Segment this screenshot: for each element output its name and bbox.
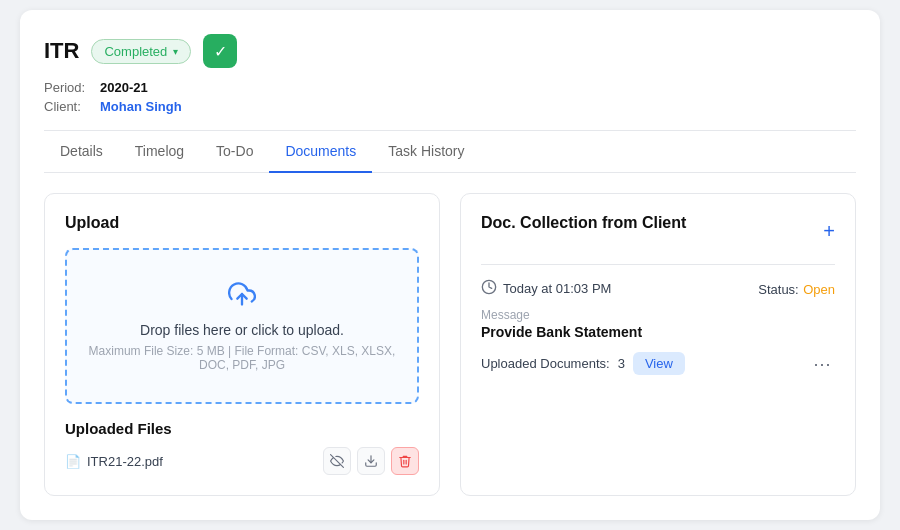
uploads-row: Uploaded Documents: 3 View ⋯: [481, 352, 835, 375]
dropzone-hint: Maximum File Size: 5 MB | File Format: C…: [87, 344, 397, 372]
uploaded-files-title: Uploaded Files: [65, 420, 419, 437]
tab-todo[interactable]: To-Do: [200, 131, 269, 173]
clock-icon: [481, 279, 497, 298]
doc-timestamp: Today at 01:03 PM: [503, 281, 611, 296]
uploaded-docs-label: Uploaded Documents:: [481, 356, 610, 371]
client-label: Client:: [44, 99, 92, 114]
client-row: Client: Mohan Singh: [44, 99, 856, 114]
uploaded-docs-count: 3: [618, 356, 625, 371]
uploads-info: Uploaded Documents: 3 View: [481, 352, 685, 375]
doc-panel-header: Doc. Collection from Client +: [481, 214, 835, 248]
doc-time: Today at 01:03 PM: [481, 279, 611, 298]
doc-status: Status: Open: [758, 280, 835, 298]
doc-panel-title: Doc. Collection from Client: [481, 214, 686, 232]
doc-meta-row: Today at 01:03 PM Status: Open: [481, 279, 835, 298]
file-name: ITR21-22.pdf: [87, 454, 163, 469]
file-icon: 📄: [65, 454, 81, 469]
dropzone[interactable]: Drop files here or click to upload. Maxi…: [65, 248, 419, 404]
dropzone-text: Drop files here or click to upload.: [87, 322, 397, 338]
check-icon: ✓: [214, 42, 227, 61]
more-options-button[interactable]: ⋯: [809, 353, 835, 375]
period-row: Period: 2020-21: [44, 80, 856, 95]
upload-title: Upload: [65, 214, 419, 232]
view-docs-button[interactable]: View: [633, 352, 685, 375]
period-label: Period:: [44, 80, 92, 95]
page-title: ITR: [44, 38, 79, 64]
confirm-button[interactable]: ✓: [203, 34, 237, 68]
hide-file-button[interactable]: [323, 447, 351, 475]
tab-task-history[interactable]: Task History: [372, 131, 480, 173]
file-info: 📄 ITR21-22.pdf: [65, 454, 163, 469]
add-doc-collection-button[interactable]: +: [823, 221, 835, 241]
message-label: Message: [481, 308, 835, 322]
client-name[interactable]: Mohan Singh: [100, 99, 182, 114]
file-row: 📄 ITR21-22.pdf: [65, 447, 419, 475]
delete-file-button[interactable]: [391, 447, 419, 475]
period-value: 2020-21: [100, 80, 148, 95]
doc-divider: [481, 264, 835, 265]
tab-timelog[interactable]: Timelog: [119, 131, 200, 173]
tab-details[interactable]: Details: [44, 131, 119, 173]
status-label: Completed: [104, 44, 167, 59]
upload-icon: [87, 280, 397, 314]
message-value: Provide Bank Statement: [481, 324, 835, 340]
task-meta: Period: 2020-21 Client: Mohan Singh: [44, 80, 856, 114]
file-actions: [323, 447, 419, 475]
chevron-down-icon: ▾: [173, 46, 178, 57]
doc-collection-panel: Doc. Collection from Client + Today at 0…: [460, 193, 856, 496]
status-open-value: Open: [803, 282, 835, 297]
upload-panel: Upload Drop files here or click to uploa…: [44, 193, 440, 496]
tab-bar: Details Timelog To-Do Documents Task His…: [44, 131, 856, 173]
status-badge[interactable]: Completed ▾: [91, 39, 191, 64]
tab-documents[interactable]: Documents: [269, 131, 372, 173]
download-file-button[interactable]: [357, 447, 385, 475]
